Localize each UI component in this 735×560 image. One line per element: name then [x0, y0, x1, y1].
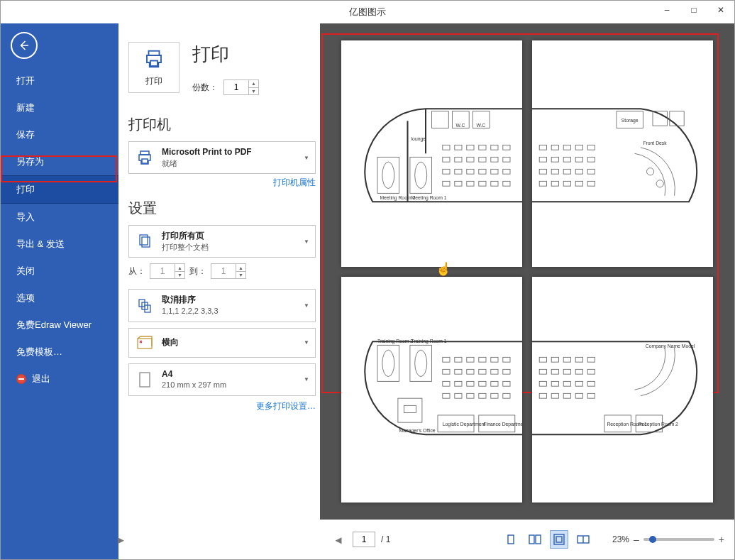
svg-point-77 [382, 350, 394, 376]
svg-text:Front Desk: Front Desk [643, 141, 667, 146]
svg-rect-101 [443, 381, 450, 386]
print-heading: 打印 [192, 42, 259, 67]
from-spinner[interactable]: ▲▼ [150, 263, 185, 279]
maximize-button[interactable]: □ [680, 1, 707, 19]
svg-rect-142 [556, 537, 562, 542]
sidebar-item-viewer[interactable]: 免费Edraw Viewer [1, 312, 118, 339]
sidebar-item-print[interactable]: 打印 [1, 175, 118, 204]
backstage-sidebar: 打开 新建 保存 另存为 打印 导入 导出 & 发送 关闭 选项 免费Edraw… [1, 23, 118, 559]
printer-icon [142, 48, 166, 72]
svg-rect-134 [551, 393, 558, 398]
sidebar-item-options[interactable]: 选项 [1, 285, 118, 312]
paper-size-dropdown[interactable]: A4 210 mm x 297 mm ▼ [128, 363, 316, 396]
sidebar-item-open[interactable]: 打开 [1, 67, 118, 94]
copies-spinner[interactable]: ▲▼ [223, 79, 259, 95]
more-print-settings-link[interactable]: 更多打印设置… [128, 400, 316, 412]
svg-rect-40 [479, 169, 486, 174]
zoom-out-button[interactable]: – [634, 534, 639, 545]
copies-input[interactable] [224, 80, 248, 94]
printer-section-title: 打印机 [128, 115, 316, 134]
sidebar-item-export[interactable]: 导出 & 发送 [1, 231, 118, 258]
zoom-slider[interactable] [643, 538, 714, 541]
spinner-up-icon[interactable]: ▲ [236, 264, 245, 272]
svg-rect-139 [529, 535, 534, 544]
to-input[interactable] [211, 264, 236, 278]
sidebar-item-label: 关闭 [16, 265, 35, 278]
window-controls: – □ ✕ [653, 1, 734, 19]
orientation-title: 横向 [162, 336, 297, 348]
from-input[interactable] [150, 264, 175, 278]
close-button[interactable]: ✕ [707, 1, 734, 19]
print-button[interactable]: 打印 [128, 42, 179, 93]
preview-body[interactable]: ☝ Meeting Room 2 Meeting Room 1 W.CW.C l… [320, 23, 734, 520]
chevron-down-icon: ▼ [304, 155, 309, 161]
sidebar-item-label: 选项 [16, 292, 35, 304]
svg-rect-46 [479, 181, 486, 186]
svg-rect-27 [467, 145, 474, 150]
svg-rect-94 [503, 357, 510, 362]
sidebar-item-label: 打印 [16, 183, 35, 196]
svg-rect-125 [563, 369, 570, 374]
svg-rect-35 [491, 157, 498, 162]
collate-dropdown[interactable]: 取消排序 1,1,1 2,2,2 3,3,3 ▼ [128, 289, 316, 322]
preview-page: Training Room 2 Training Room 1 Manager'… [341, 277, 522, 503]
svg-rect-74 [575, 181, 582, 186]
svg-point-14 [382, 162, 394, 188]
svg-rect-47 [491, 181, 498, 186]
sidebar-item-import[interactable]: 导入 [1, 204, 118, 231]
svg-rect-31 [443, 157, 450, 162]
view-two-page-button[interactable] [526, 530, 544, 549]
svg-rect-130 [563, 381, 570, 386]
view-fit-page-button[interactable] [550, 530, 568, 549]
back-arrow-icon [18, 39, 31, 52]
settings-section-title: 设置 [128, 199, 316, 218]
sidebar-item-label: 新建 [16, 101, 35, 114]
prev-page-button[interactable]: ◄ [330, 531, 347, 548]
svg-text:Training Room 1: Training Room 1 [411, 338, 447, 344]
page-range-dropdown[interactable]: 打印所有页 打印整个文档 ▼ [128, 225, 316, 258]
spinner-down-icon[interactable]: ▼ [175, 272, 184, 279]
printer-dropdown[interactable]: Microsoft Print to PDF 就绪 ▼ [128, 141, 316, 174]
svg-rect-9 [138, 339, 152, 348]
svg-point-79 [415, 350, 427, 376]
sidebar-item-close[interactable]: 关闭 [1, 258, 118, 285]
orientation-icon [135, 333, 155, 353]
sidebar-item-new[interactable]: 新建 [1, 94, 118, 121]
svg-rect-1 [150, 60, 158, 66]
print-preview-pane: ☝ Meeting Room 2 Meeting Room 1 W.CW.C l… [320, 23, 734, 559]
svg-rect-104 [479, 381, 486, 386]
svg-rect-28 [479, 145, 486, 150]
page-range-title: 打印所有页 [162, 230, 297, 242]
svg-rect-108 [455, 393, 462, 398]
app-title: 亿图图示 [1, 6, 734, 18]
printer-properties-link[interactable]: 打印机属性 [128, 177, 316, 189]
next-page-button[interactable]: ► [112, 531, 129, 548]
sidebar-item-save[interactable]: 保存 [1, 121, 118, 148]
back-button[interactable] [11, 32, 38, 59]
sidebar-item-saveas[interactable]: 另存为 [1, 148, 118, 175]
from-label: 从： [128, 265, 145, 278]
to-spinner[interactable]: ▲▼ [211, 263, 246, 279]
preview-page: Company Name Model Reception Room 1 Rece… [532, 277, 713, 503]
svg-rect-90 [455, 357, 462, 362]
spinner-up-icon[interactable]: ▲ [249, 80, 258, 88]
view-single-page-button[interactable] [502, 530, 520, 549]
spinner-up-icon[interactable]: ▲ [175, 264, 184, 272]
collate-title: 取消排序 [162, 294, 297, 306]
zoom-in-button[interactable]: + [719, 534, 724, 545]
view-fit-width-button[interactable] [574, 530, 592, 549]
minimize-button[interactable]: – [653, 1, 680, 19]
page-number-input[interactable] [353, 532, 375, 547]
spinner-down-icon[interactable]: ▼ [249, 88, 258, 95]
svg-rect-141 [554, 534, 564, 544]
sidebar-item-templates[interactable]: 免费模板… [1, 339, 118, 366]
svg-rect-132 [587, 381, 595, 386]
svg-rect-105 [491, 381, 498, 386]
svg-rect-56 [539, 145, 546, 150]
orientation-dropdown[interactable]: 横向 ▼ [128, 328, 316, 358]
sidebar-item-exit[interactable]: 退出 [1, 366, 118, 392]
svg-rect-102 [455, 381, 462, 386]
spinner-down-icon[interactable]: ▼ [236, 272, 245, 279]
svg-rect-112 [503, 393, 510, 398]
svg-rect-123 [539, 369, 546, 374]
